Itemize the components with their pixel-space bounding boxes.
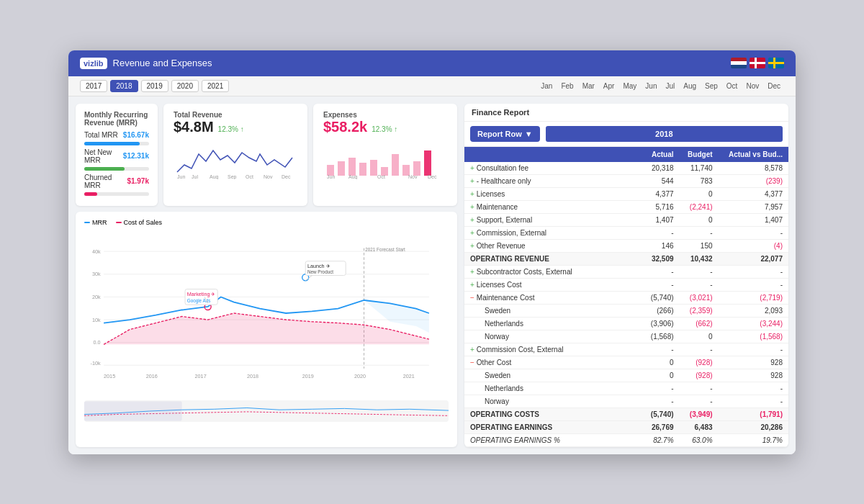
row-actual: 146	[643, 239, 680, 252]
expand-icon[interactable]: +	[470, 242, 474, 250]
legend-cos-label: Cost of Sales	[124, 219, 163, 226]
expand-icon[interactable]: +	[470, 229, 474, 237]
expand-icon[interactable]: +	[470, 346, 474, 354]
row-label: +Consultation fee	[464, 162, 643, 175]
main-content: Monthly Recurring Revenue (MRR) Total MR…	[68, 96, 796, 454]
month-mar[interactable]: Mar	[579, 81, 598, 91]
collapse-icon[interactable]: −	[470, 294, 474, 302]
row-avb: 22,077	[719, 252, 788, 265]
row-budget: (3,949)	[680, 408, 719, 420]
month-nov[interactable]: Nov	[742, 81, 762, 91]
row-actual: -	[643, 382, 680, 395]
month-aug[interactable]: Aug	[680, 81, 700, 91]
row-avb: 1,407	[719, 213, 788, 226]
table-header-row: Actual Budget Actual vs Bud...	[464, 147, 788, 162]
expand-icon[interactable]: +	[470, 216, 474, 224]
row-label: Netherlands	[464, 317, 643, 330]
month-feb[interactable]: Feb	[557, 81, 577, 91]
revenue-card: Total Revenue $4.8M 12.3% ↑ Jun Jul Aug …	[163, 104, 307, 206]
mrr-label-churned: Churned MRR	[84, 174, 127, 189]
report-row-button[interactable]: Report Row ▼	[470, 126, 540, 142]
row-avb: 19.7%	[719, 433, 788, 446]
main-window: vizlib Revenue and Expenses 2017 2018 20…	[68, 50, 796, 454]
svg-text:10k: 10k	[92, 316, 101, 323]
row-label: OPERATING EARNINGS	[464, 420, 643, 433]
col-header-actual: Actual	[643, 147, 680, 162]
svg-text:2016: 2016	[146, 373, 158, 379]
mrr-card: Monthly Recurring Revenue (MRR) Total MR…	[76, 104, 158, 206]
table-row: Netherlands - - -	[464, 382, 788, 395]
right-panel: Finance Report Report Row ▼ 2018 Actual …	[464, 104, 788, 447]
month-apr[interactable]: Apr	[600, 81, 618, 91]
row-label: OPERATING COSTS	[464, 408, 643, 420]
expenses-chart: Jun Aug Oct Nov Dec	[323, 140, 446, 179]
row-avb: -	[719, 395, 788, 408]
year-filter-2019[interactable]: 2019	[141, 80, 168, 92]
row-budget: -	[680, 382, 719, 395]
month-jul[interactable]: Jul	[662, 81, 678, 91]
legend-cos: Cost of Sales	[116, 219, 163, 226]
row-label: +Commission Cost, External	[464, 343, 643, 356]
chart-navigator[interactable]	[84, 400, 449, 422]
table-row: +Subcontractor Costs, External - - -	[464, 265, 788, 278]
row-label: Norway	[464, 395, 643, 408]
row-actual: 0	[643, 369, 680, 382]
expand-icon[interactable]: +	[470, 203, 474, 211]
svg-text:40k: 40k	[92, 248, 101, 254]
expand-icon[interactable]: +	[470, 268, 474, 276]
year-filter-2017[interactable]: 2017	[80, 80, 107, 92]
collapse-icon[interactable]: −	[470, 359, 474, 366]
svg-text:2018: 2018	[247, 373, 258, 379]
row-label: +Maintenance	[464, 200, 643, 213]
report-controls: Report Row ▼ 2018	[464, 122, 788, 147]
month-may[interactable]: May	[619, 81, 640, 91]
year-header: 2018	[546, 126, 783, 142]
revenue-amount: $4.8M	[174, 119, 214, 135]
svg-text:2021 Forecast Start: 2021 Forecast Start	[365, 247, 405, 252]
row-avb: (4)	[719, 239, 788, 252]
svg-rect-11	[370, 160, 377, 176]
expand-icon[interactable]: +	[470, 190, 474, 198]
year-filter-2018[interactable]: 2018	[110, 80, 138, 92]
row-avb: (239)	[719, 174, 788, 187]
svg-text:20k: 20k	[92, 294, 101, 300]
row-label: OPERATING EARNINGS %	[464, 433, 643, 446]
legend-mrr: MRR	[84, 219, 107, 226]
app-title: Revenue and Expenses	[113, 58, 212, 68]
row-actual: (266)	[643, 304, 680, 317]
table-row: +Commission, External - - -	[464, 226, 788, 239]
year-filter-2021[interactable]: 2021	[202, 80, 229, 92]
svg-text:0.0: 0.0	[94, 339, 101, 346]
expand-icon[interactable]: +	[470, 164, 474, 172]
month-dec[interactable]: Dec	[764, 81, 784, 91]
table-row: +- Healthcare only 544 783 (239)	[464, 174, 788, 187]
year-filter-2020[interactable]: 2020	[171, 80, 199, 92]
expand-icon[interactable]: +	[470, 177, 474, 185]
month-jan[interactable]: Jan	[537, 81, 556, 91]
expand-icon[interactable]: +	[470, 281, 474, 289]
col-header-label	[464, 147, 643, 162]
month-oct[interactable]: Oct	[723, 81, 742, 91]
svg-text:Jun: Jun	[327, 174, 335, 179]
table-row: +Other Revenue 146 150 (4)	[464, 239, 788, 252]
svg-text:Oct: Oct	[246, 174, 253, 179]
col-header-avb: Actual vs Bud...	[719, 147, 788, 162]
table-row: Norway (1,568) 0 (1,568)	[464, 330, 788, 343]
row-label: OPERATING REVENUE	[464, 252, 643, 265]
month-sep[interactable]: Sep	[701, 81, 721, 91]
row-avb: (1,568)	[719, 330, 788, 343]
left-panel: Monthly Recurring Revenue (MRR) Total MR…	[76, 104, 457, 447]
row-label: Netherlands	[464, 382, 643, 395]
flag-denmark[interactable]	[750, 58, 765, 68]
row-budget: 150	[680, 239, 719, 252]
titlebar: vizlib Revenue and Expenses	[68, 50, 796, 76]
month-jun[interactable]: Jun	[642, 81, 660, 91]
svg-text:2021: 2021	[403, 373, 415, 379]
flag-netherlands[interactable]	[731, 58, 747, 68]
flag-sweden[interactable]	[768, 58, 784, 68]
row-avb: 4,377	[719, 187, 788, 200]
row-avb: (3,244)	[719, 317, 788, 330]
svg-rect-15	[413, 161, 420, 176]
row-actual: 0	[643, 356, 680, 369]
row-avb: (1,791)	[719, 408, 788, 420]
